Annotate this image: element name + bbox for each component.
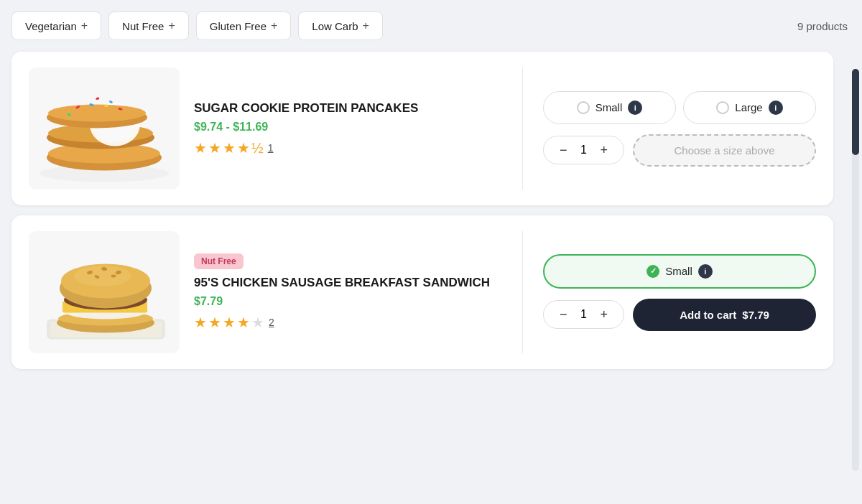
product-right-1: Small i Large i − 1 + Choose a s [543,91,816,167]
size-large-label-1: Large [735,101,762,113]
card-divider-2 [522,231,523,353]
product-image-1 [29,67,180,190]
add-to-cart-price-2: $7.79 [742,309,769,321]
size-small-btn-2[interactable]: Small i [543,254,816,289]
filter-vegetarian[interactable]: Vegetarian + [11,11,101,40]
star-1-2: ★ [208,139,221,157]
scrollbar-thumb[interactable] [852,69,859,155]
qty-plus-btn-2[interactable]: + [598,308,611,321]
filter-low-carb-plus: + [363,19,369,32]
product-info-1: SUGAR COOKIE PROTEIN PANCAKES $9.74 - $1… [194,101,502,157]
info-icon-small-2[interactable]: i [698,264,713,279]
stars-1: ★ ★ ★ ★ ½ 1 [194,139,502,157]
filter-low-carb[interactable]: Low Carb + [298,11,383,40]
quantity-row-1: − 1 + Choose a size above [543,134,816,167]
qty-minus-btn-1[interactable]: − [557,144,570,157]
review-count-2[interactable]: 2 [269,317,274,328]
filter-gluten-free[interactable]: Gluten Free + [196,11,292,40]
quantity-control-1: − 1 + [543,136,624,164]
product-info-2: Nut Free 95'S CHICKEN SAUSAGE BREAKFAST … [194,253,502,331]
choose-size-cta-1: Choose a size above [633,134,816,167]
info-icon-large-1[interactable]: i [769,101,783,115]
stars-2: ★ ★ ★ ★ ★ 2 [194,314,502,331]
product-left-2: Nut Free 95'S CHICKEN SAUSAGE BREAKFAST … [29,231,502,353]
product-card-2: Nut Free 95'S CHICKEN SAUSAGE BREAKFAST … [11,215,833,369]
qty-value-1: 1 [579,144,589,157]
size-small-radio-2 [646,265,659,278]
star-2-5: ★ [251,314,264,331]
quantity-row-2: − 1 + Add to cart $7.79 [543,299,816,331]
page-container: Vegetarian + Nut Free + Gluten Free + Lo… [0,0,862,504]
size-large-btn-1[interactable]: Large i [683,91,816,124]
product-right-2: Small i − 1 + Add to cart $7.79 [543,254,816,331]
size-options-2: Small i [543,254,816,289]
product-price-1: $9.74 - $11.69 [194,121,502,134]
svg-point-8 [48,105,146,122]
product-price-2: $7.79 [194,295,502,308]
product-name-1: SUGAR COOKIE PROTEIN PANCAKES [194,101,502,116]
filter-nut-free[interactable]: Nut Free + [108,11,189,40]
filter-bar: Vegetarian + Nut Free + Gluten Free + Lo… [11,11,848,40]
star-2-1: ★ [194,314,207,331]
size-small-radio-1 [577,101,590,114]
qty-plus-btn-1[interactable]: + [598,144,611,157]
products-list: SUGAR COOKIE PROTEIN PANCAKES $9.74 - $1… [11,52,848,369]
quantity-control-2: − 1 + [543,300,624,329]
filter-low-carb-label: Low Carb [312,20,358,32]
product-card-1: SUGAR COOKIE PROTEIN PANCAKES $9.74 - $1… [11,52,833,205]
star-2-3: ★ [223,314,236,331]
size-small-btn-1[interactable]: Small i [543,91,676,124]
star-1-1: ★ [194,139,207,157]
product-left-1: SUGAR COOKIE PROTEIN PANCAKES $9.74 - $1… [29,67,502,190]
size-options-1: Small i Large i [543,91,816,124]
review-count-1[interactable]: 1 [268,142,274,154]
star-2-2: ★ [208,314,221,331]
scrollbar[interactable] [852,69,859,471]
qty-value-2: 1 [579,308,589,321]
svg-rect-16 [96,97,100,100]
add-to-cart-label-2: Add to cart [680,309,736,321]
add-to-cart-btn-2[interactable]: Add to cart $7.79 [633,299,816,331]
size-small-label-2: Small [665,265,692,277]
qty-minus-btn-2[interactable]: − [557,308,570,321]
product-image-2 [29,231,180,353]
products-count: 9 products [797,20,848,32]
size-small-label-1: Small [595,101,623,113]
filter-nut-free-plus: + [168,19,175,32]
card-divider-1 [522,67,523,190]
product-tag-2: Nut Free [194,253,244,269]
filter-vegetarian-label: Vegetarian [25,20,77,32]
filter-gluten-free-label: Gluten Free [210,20,267,32]
star-1-5: ½ [251,140,264,157]
star-1-3: ★ [223,139,236,157]
size-large-radio-1 [716,101,729,114]
star-1-4: ★ [237,139,250,157]
filter-vegetarian-plus: + [81,19,88,32]
star-2-4: ★ [237,314,250,331]
filter-nut-free-label: Nut Free [122,20,164,32]
filter-gluten-free-plus: + [271,19,277,32]
info-icon-small-1[interactable]: i [628,101,642,115]
product-name-2: 95'S CHICKEN SAUSAGE BREAKFAST SANDWICH [194,275,502,291]
